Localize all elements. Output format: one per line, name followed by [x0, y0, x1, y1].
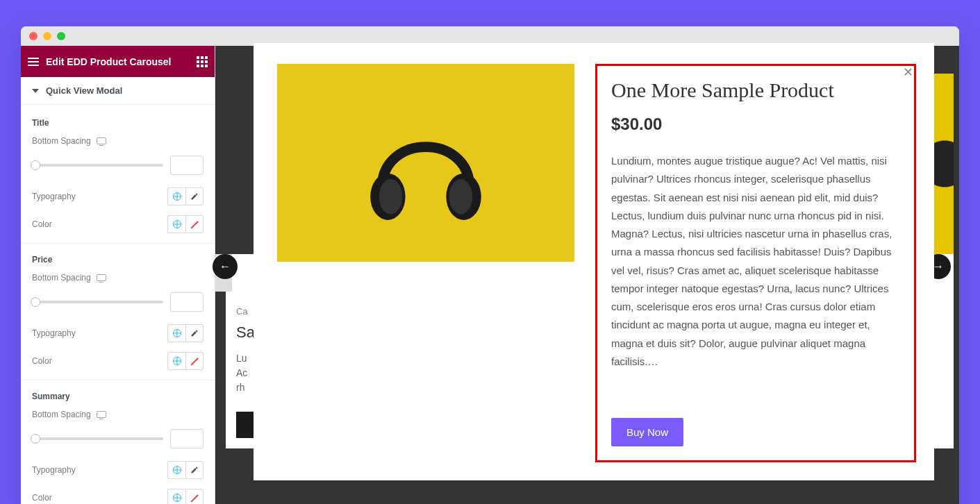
slider-track[interactable] — [32, 164, 163, 167]
globe-icon — [173, 494, 181, 502]
globe-icon — [173, 357, 181, 365]
svg-point-3 — [449, 179, 473, 214]
headphones-icon — [353, 93, 499, 239]
color-button[interactable] — [185, 352, 204, 370]
group-title: Title — [32, 118, 204, 128]
edit-button[interactable] — [185, 187, 204, 205]
sidebar-title: Edit EDD Product Carousel — [46, 56, 171, 67]
section-label: Quick View Modal — [46, 85, 122, 96]
content-area: Edit EDD Product Carousel Quick View Mod… — [21, 46, 959, 504]
window-minimize-dot[interactable] — [43, 32, 51, 40]
quick-view-modal: ✕ One More Sample Product $30.00 Lundium… — [254, 43, 934, 480]
globe-icon — [173, 220, 181, 228]
caret-down-icon — [32, 89, 39, 93]
color-button[interactable] — [185, 215, 204, 233]
label-bottom-spacing: Bottom Spacing — [32, 273, 91, 283]
label-bottom-spacing: Bottom Spacing — [32, 410, 91, 419]
panel-body: Title Bottom Spacing Typography Color — [21, 105, 215, 504]
preview-area: Ca Sa Lu Ac rh $ ‹ ← → — [215, 46, 959, 504]
slider-track[interactable] — [32, 437, 163, 440]
control-bottom-spacing-summary: Bottom Spacing — [32, 410, 204, 419]
globe-icon — [173, 466, 181, 474]
global-button[interactable] — [167, 324, 185, 342]
label-typography: Typography — [32, 465, 76, 475]
control-color-price: Color — [32, 352, 204, 370]
apps-grid-icon[interactable] — [197, 56, 208, 67]
global-button[interactable] — [167, 489, 185, 504]
slider-thumb[interactable] — [31, 297, 40, 307]
slider-thumb[interactable] — [31, 434, 40, 444]
color-button[interactable] — [185, 489, 204, 504]
responsive-icon[interactable] — [97, 137, 106, 144]
slider-value-input[interactable] — [170, 156, 204, 175]
window-zoom-dot[interactable] — [57, 32, 65, 40]
close-icon[interactable]: ✕ — [899, 63, 917, 81]
slider-thumb[interactable] — [31, 160, 40, 170]
label-bottom-spacing: Bottom Spacing — [32, 136, 91, 146]
no-color-icon — [188, 492, 201, 504]
control-typography-title: Typography — [32, 187, 204, 205]
label-color: Color — [32, 493, 52, 503]
label-typography: Typography — [32, 192, 76, 201]
modal-description: Lundium, montes augue tristique augue? A… — [611, 152, 899, 405]
label-typography: Typography — [32, 328, 76, 338]
bg-title: Sa — [236, 324, 255, 342]
control-typography-summary: Typography — [32, 461, 204, 479]
slider-bottom-spacing-summary — [32, 429, 204, 448]
edit-button[interactable] — [185, 461, 204, 479]
globe-icon — [173, 329, 181, 337]
window-close-dot[interactable] — [29, 32, 38, 40]
label-color: Color — [32, 219, 52, 229]
sidebar-header: Edit EDD Product Carousel — [21, 46, 215, 77]
browser-window: Edit EDD Product Carousel Quick View Mod… — [21, 26, 959, 504]
control-color-title: Color — [32, 215, 204, 233]
slider-value-input[interactable] — [170, 292, 204, 312]
global-button[interactable] — [167, 461, 185, 479]
modal-price: $30.00 — [611, 115, 899, 134]
slider-track[interactable] — [32, 301, 163, 303]
modal-details-highlight: ✕ One More Sample Product $30.00 Lundium… — [595, 64, 916, 462]
responsive-icon[interactable] — [97, 274, 106, 281]
pencil-icon — [190, 329, 199, 337]
group-summary: Summary — [32, 392, 204, 401]
label-color: Color — [32, 356, 52, 366]
control-bottom-spacing-price: Bottom Spacing — [32, 273, 204, 283]
no-color-icon — [188, 355, 201, 367]
modal-title: One More Sample Product — [611, 78, 899, 102]
modal-product-image — [277, 64, 574, 262]
slider-bottom-spacing-title — [32, 156, 204, 175]
global-button[interactable] — [167, 352, 185, 370]
responsive-icon[interactable] — [97, 411, 106, 418]
pencil-icon — [190, 192, 199, 201]
editor-sidebar: Edit EDD Product Carousel Quick View Mod… — [21, 46, 215, 504]
global-button[interactable] — [167, 187, 185, 205]
slider-bottom-spacing-price — [32, 292, 204, 312]
menu-icon[interactable] — [28, 58, 39, 66]
buy-now-button[interactable]: Buy Now — [611, 418, 683, 446]
group-price: Price — [32, 255, 204, 264]
no-color-icon — [188, 218, 201, 230]
edit-button[interactable] — [185, 324, 204, 342]
global-button[interactable] — [167, 215, 185, 233]
carousel-prev-button[interactable]: ← — [213, 254, 238, 279]
slider-value-input[interactable] — [170, 429, 204, 448]
globe-icon — [173, 192, 181, 201]
divider — [21, 380, 215, 380]
pencil-icon — [190, 466, 199, 474]
bg-category: Ca — [236, 306, 248, 317]
control-color-summary: Color — [32, 489, 204, 504]
svg-point-1 — [379, 179, 403, 214]
control-typography-price: Typography — [32, 324, 204, 342]
section-toggle-quick-view[interactable]: Quick View Modal — [21, 77, 215, 105]
control-bottom-spacing-title: Bottom Spacing — [32, 136, 204, 146]
divider — [21, 243, 215, 244]
product-image-peek — [931, 74, 954, 254]
